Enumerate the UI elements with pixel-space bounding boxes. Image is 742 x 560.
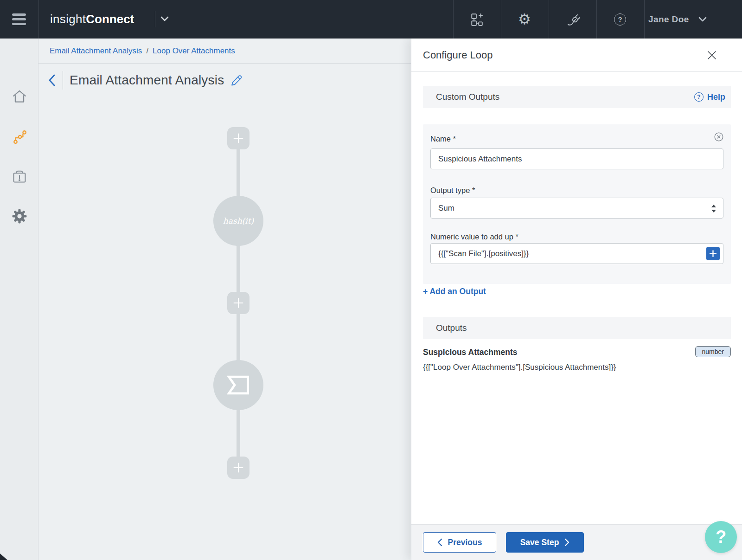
user-chevron-down-icon bbox=[698, 17, 707, 22]
floating-help-button[interactable]: ? bbox=[705, 521, 737, 553]
toolbox-alert-icon[interactable] bbox=[0, 166, 38, 187]
sigma-loop-icon bbox=[227, 374, 250, 396]
product-switcher-chevron-down-icon[interactable] bbox=[160, 15, 169, 24]
add-step-button[interactable] bbox=[227, 457, 249, 479]
user-menu[interactable]: Jane Doe bbox=[648, 0, 707, 39]
name-input[interactable] bbox=[430, 148, 723, 169]
custom-outputs-section-header: Custom Outputs ? Help bbox=[423, 86, 731, 108]
add-an-output-link[interactable]: + Add an Output bbox=[423, 287, 486, 296]
panel-title: Configure Loop bbox=[423, 39, 493, 72]
divider bbox=[38, 0, 39, 39]
top-navigation-bar: insightConnect ⚙ bbox=[0, 0, 742, 39]
breadcrumb: Email Attachment Analysis / Loop Over At… bbox=[38, 39, 411, 64]
question-glyph: ? bbox=[716, 527, 726, 547]
numeric-value-wrap bbox=[430, 243, 723, 264]
divider bbox=[155, 11, 155, 27]
panel-header: Configure Loop bbox=[411, 39, 742, 72]
close-icon[interactable] bbox=[707, 51, 716, 60]
output-type-label: Output type * bbox=[430, 186, 475, 195]
divider bbox=[453, 0, 454, 39]
settings-gear-icon[interactable] bbox=[0, 206, 38, 226]
chevron-right-icon bbox=[564, 538, 569, 547]
chevron-left-icon bbox=[437, 538, 442, 547]
back-chevron-icon[interactable] bbox=[48, 73, 60, 87]
divider bbox=[644, 0, 645, 39]
numeric-value-label: Numeric value to add up * bbox=[430, 232, 518, 241]
configure-loop-panel: Configure Loop Custom Outputs ? Help Nam… bbox=[411, 39, 742, 560]
breadcrumb-separator: / bbox=[146, 46, 148, 56]
brand-logo: insightConnect bbox=[50, 0, 134, 39]
section-title: Outputs bbox=[436, 323, 467, 333]
edit-pencil-icon[interactable] bbox=[230, 74, 243, 86]
left-sidebar bbox=[0, 39, 38, 560]
output-list-item: Suspicious Attachments number {{["Loop O… bbox=[423, 348, 731, 372]
add-step-button[interactable] bbox=[227, 292, 249, 314]
loop-node-sigma[interactable] bbox=[213, 360, 263, 410]
help-question-icon: ? bbox=[694, 92, 704, 102]
divider bbox=[501, 0, 501, 39]
page-title: Email Attachment Analysis bbox=[70, 73, 224, 88]
outputs-section-header: Outputs bbox=[423, 317, 731, 339]
name-field-label: Name * bbox=[430, 135, 456, 143]
output-type-value: Sum bbox=[438, 204, 454, 213]
add-variable-button[interactable] bbox=[706, 247, 720, 260]
save-step-label: Save Step bbox=[520, 538, 559, 547]
help-label: Help bbox=[707, 92, 725, 102]
divider bbox=[549, 0, 549, 39]
page-title-row: Email Attachment Analysis bbox=[48, 69, 243, 91]
workflows-icon[interactable] bbox=[0, 127, 38, 147]
step-label: hash(it) bbox=[223, 216, 254, 225]
save-step-button[interactable]: Save Step bbox=[506, 532, 584, 553]
remove-output-icon[interactable] bbox=[714, 132, 723, 142]
panel-footer: Previous Save Step bbox=[411, 524, 742, 560]
breadcrumb-workflow-link[interactable]: Email Attachment Analysis bbox=[50, 46, 142, 56]
output-type-select[interactable]: Sum bbox=[430, 198, 723, 219]
step-node-hash[interactable]: hash(it) bbox=[213, 196, 263, 246]
output-reference: {{["Loop Over Attachments"].[Suspicious … bbox=[423, 363, 731, 372]
add-step-button[interactable] bbox=[227, 127, 249, 149]
previous-label: Previous bbox=[448, 538, 482, 547]
corner-decoration bbox=[0, 554, 7, 560]
workflow-add-icon[interactable] bbox=[467, 0, 486, 39]
select-spinner-icon bbox=[711, 204, 716, 215]
output-type-badge: number bbox=[695, 346, 731, 357]
hamburger-menu-icon[interactable] bbox=[12, 13, 27, 26]
numeric-value-input[interactable] bbox=[430, 243, 723, 264]
brand-bold: Connect bbox=[86, 12, 134, 26]
workflow-canvas-area: Email Attachment Analysis / Loop Over At… bbox=[38, 39, 411, 560]
brand-light: insight bbox=[50, 12, 86, 26]
settings-gear-icon[interactable]: ⚙ bbox=[515, 0, 534, 39]
help-icon[interactable]: ? bbox=[611, 0, 629, 39]
app: insightConnect ⚙ bbox=[0, 0, 742, 560]
breadcrumb-step-link[interactable]: Loop Over Attachments bbox=[153, 46, 235, 56]
custom-output-card: Name * Output type * Sum Numeric value t… bbox=[423, 124, 731, 284]
divider bbox=[596, 0, 597, 39]
user-name: Jane Doe bbox=[648, 14, 689, 25]
output-name: Suspicious Attachments bbox=[423, 348, 731, 357]
section-title: Custom Outputs bbox=[436, 92, 499, 102]
divider bbox=[63, 71, 63, 90]
home-icon[interactable] bbox=[0, 86, 38, 107]
previous-button[interactable]: Previous bbox=[423, 532, 496, 553]
help-link[interactable]: ? Help bbox=[694, 92, 725, 102]
plugin-plug-icon[interactable] bbox=[563, 0, 582, 39]
